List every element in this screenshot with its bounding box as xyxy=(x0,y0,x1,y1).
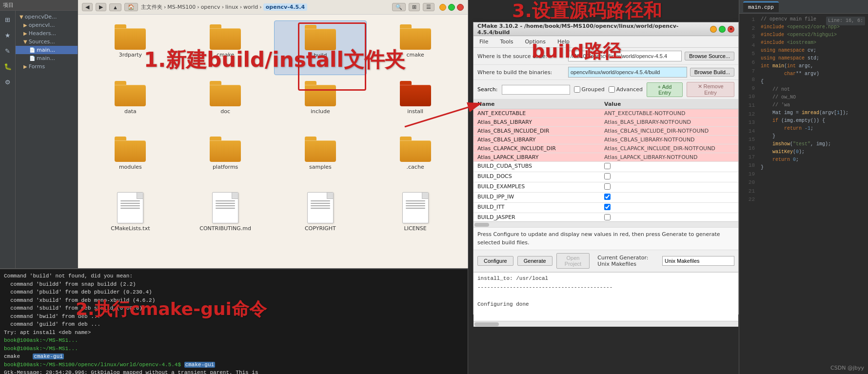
cmake-menu-file[interactable]: File xyxy=(477,38,490,46)
cmake-win-maximize[interactable] xyxy=(719,26,726,33)
fm-home-btn[interactable]: 🏠 xyxy=(124,3,138,11)
cmake-configure-btn[interactable]: Configure xyxy=(477,256,513,266)
tree-item-opencvde[interactable]: ▼ opencvDe... xyxy=(16,13,78,21)
folder-icon: ▼ xyxy=(20,14,23,20)
cmake-menu-help[interactable]: Help xyxy=(555,38,572,46)
bc-home[interactable]: 主文件夹 xyxy=(141,3,162,11)
cmake-add-entry-btn[interactable]: + Add Entry xyxy=(647,82,683,97)
term-line: command 'xbuild' from deb mono-xbuild (4… xyxy=(4,296,464,305)
ide-tool-star[interactable]: ★ xyxy=(1,28,15,42)
list-item-install[interactable]: install xyxy=(369,77,462,131)
cmake-generate-btn[interactable]: Generate xyxy=(517,256,552,266)
win-btn-min[interactable] xyxy=(439,4,446,11)
list-item[interactable]: 3rdparty xyxy=(84,20,177,75)
list-item[interactable]: cmake xyxy=(179,20,272,75)
cmake-menu-options[interactable]: Options xyxy=(523,38,548,46)
list-item[interactable]: modules xyxy=(84,133,177,186)
tree-item-headers[interactable]: ▶ Headers... xyxy=(16,29,78,38)
table-row[interactable]: BUILD_JASPER xyxy=(473,213,738,221)
cmake-build-row: Where to build the binaries: Browse Buil… xyxy=(473,65,738,80)
tree-item-main2[interactable]: 📄 main... xyxy=(16,54,78,62)
table-row[interactable]: BUILD_DOCS xyxy=(473,172,738,182)
cmake-build-itt[interactable] xyxy=(604,204,611,210)
table-row[interactable]: BUILD_IPP_IW xyxy=(473,193,738,203)
list-item[interactable]: CONTRIBUTING.md xyxy=(179,188,272,248)
editor-tab-main[interactable]: main.cpp xyxy=(743,1,779,12)
list-item[interactable]: COPYRIGHT xyxy=(274,188,367,248)
tree-item-opencvi[interactable]: ▶ opencvI... xyxy=(16,21,78,29)
list-item[interactable]: LICENSE xyxy=(369,188,462,248)
cmake-generator-input[interactable] xyxy=(662,256,734,266)
fm-search-btn[interactable]: 🔍 xyxy=(392,3,406,11)
list-item[interactable]: include xyxy=(274,77,367,131)
bc-current[interactable]: opencv-4.5.4 xyxy=(263,3,307,11)
cmake-grouped-checkbox[interactable] xyxy=(574,86,580,93)
fm-back-btn[interactable]: ◀ xyxy=(82,3,93,11)
bc-ms-ms100[interactable]: MS-MS100 xyxy=(167,4,196,10)
table-row[interactable]: BUILD_ITT xyxy=(473,203,738,213)
tree-item-forms[interactable]: ▶ Forms xyxy=(16,62,78,71)
table-row[interactable]: BUILD_CUDA_STUBS xyxy=(473,162,738,172)
list-item[interactable]: samples xyxy=(274,133,367,186)
tree-item-main1[interactable]: 📄 main... xyxy=(16,46,78,54)
tree-item-sources[interactable]: ▼ Sources... xyxy=(16,38,78,46)
table-row[interactable]: Atlas_CBLAS_INCLUDE_DIRAtlas_CBLAS_INCLU… xyxy=(473,127,738,136)
win-btn-max[interactable] xyxy=(448,4,455,11)
cmake-build-docs[interactable] xyxy=(604,173,611,179)
code-line: } xyxy=(761,133,866,140)
scroll-thumb-log[interactable] xyxy=(474,322,499,326)
ide-tool-gear[interactable]: ⚙ xyxy=(1,75,15,89)
table-row[interactable]: BUILD_EXAMPLES xyxy=(473,182,738,193)
list-item[interactable]: platforms xyxy=(179,133,272,186)
cmake-win-close[interactable]: ✕ xyxy=(728,26,734,33)
fm-up-btn[interactable]: ▲ xyxy=(109,3,121,11)
cmake-scrollbar-x[interactable] xyxy=(473,221,738,227)
log-line: ----------------------------------------… xyxy=(477,283,734,292)
cmake-gui-cmd: cmake-gui xyxy=(184,362,215,368)
terminal-panel[interactable]: Command 'build' not found, did you mean:… xyxy=(0,268,468,374)
list-item[interactable]: cmake xyxy=(369,20,462,75)
list-item-build[interactable]: build xyxy=(274,20,367,75)
cmake-remove-entry-btn[interactable]: ✕ Remove Entry xyxy=(687,82,734,97)
ide-tool-grid[interactable]: ⊞ xyxy=(1,13,15,26)
win-btn-close[interactable] xyxy=(457,4,464,11)
table-row[interactable]: Atlas_LAPACK_LIBRARYAtlas_LAPACK_LIBRARY… xyxy=(473,153,738,162)
cmake-source-input[interactable] xyxy=(568,51,682,61)
table-row[interactable]: Atlas_CBLAS_LIBRARYAtlas_CBLAS_LIBRARY-N… xyxy=(473,136,738,144)
bc-linux[interactable]: linux xyxy=(225,4,238,10)
code-line: int main(int argc, xyxy=(761,62,866,70)
cmake-table-body[interactable]: ANT_EXECUTABLEANT_EXECUTABLE-NOTFOUND At… xyxy=(473,109,738,221)
ide-tool-debug[interactable]: 🐛 xyxy=(1,59,15,73)
cmake-build-input[interactable] xyxy=(568,67,687,78)
cmake-build-ipp-iw[interactable] xyxy=(604,194,611,200)
cmake-browse-source-btn[interactable]: Browse Source... xyxy=(685,52,734,60)
cmake-advanced-checkbox[interactable] xyxy=(609,86,615,93)
line-numbers: 12345678910111213141516171819202122 xyxy=(739,16,758,204)
list-item[interactable]: doc xyxy=(179,77,272,131)
list-item[interactable]: CMakeLists.txt xyxy=(84,188,177,248)
cmake-build-cuda-stubs[interactable] xyxy=(604,163,611,169)
table-row[interactable]: Atlas_BLAS_LIBRARYAtlas_BLAS_LIBRARY-NOT… xyxy=(473,118,738,127)
cmake-scrollbar-log[interactable] xyxy=(473,321,738,327)
cmake-build-examples[interactable] xyxy=(604,183,611,190)
cmake-browse-build-btn[interactable]: Browse Build... xyxy=(690,68,734,77)
fm-forward-btn[interactable]: ▶ xyxy=(96,3,106,11)
cmake-grouped-label: Grouped xyxy=(574,86,605,93)
cmake-search-input[interactable] xyxy=(502,85,570,95)
bc-opencv[interactable]: opencv xyxy=(201,4,220,10)
cmake-build-jasper[interactable] xyxy=(604,214,611,220)
list-item[interactable]: .cache xyxy=(369,133,462,186)
fm-view-btn[interactable]: ⊞ xyxy=(409,3,420,11)
fm-menu-btn[interactable]: ☰ xyxy=(423,3,434,11)
scroll-thumb[interactable] xyxy=(474,223,489,227)
table-row[interactable]: ANT_EXECUTABLEANT_EXECUTABLE-NOTFOUND xyxy=(473,109,738,118)
cmake-menu-tools[interactable]: Tools xyxy=(498,38,515,46)
term-line: command 'bwild' from deb ... xyxy=(4,313,464,321)
cmake-win-minimize[interactable] xyxy=(710,26,717,33)
ide-tool-edit[interactable]: ✎ xyxy=(1,44,15,58)
list-item[interactable]: data xyxy=(84,77,177,131)
bc-world[interactable]: world xyxy=(243,4,258,10)
table-row[interactable]: Atlas_CLAPACK_INCLUDE_DIRAtlas_CLAPACK_I… xyxy=(473,144,738,153)
cmake-col-value-header: Value xyxy=(604,101,734,107)
cmake-search-row: Search: Grouped Advanced + Add Entry ✕ R… xyxy=(473,80,738,99)
